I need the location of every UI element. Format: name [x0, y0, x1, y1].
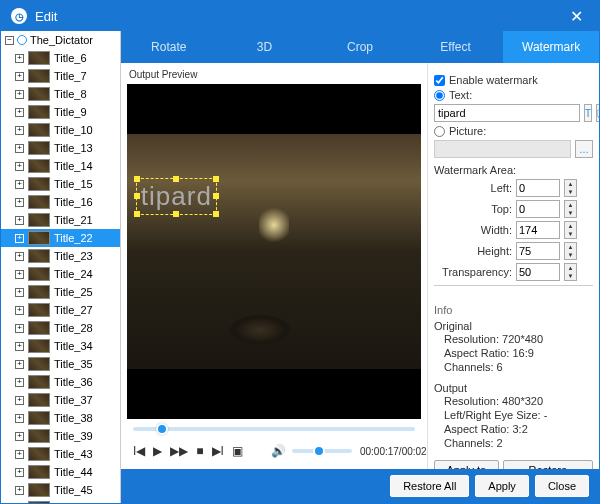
height-stepper[interactable]: ▲▼: [564, 242, 577, 260]
tab-3d[interactable]: 3D: [217, 31, 313, 63]
thumbnail-icon: [28, 501, 50, 503]
expand-icon[interactable]: +: [15, 396, 24, 405]
restore-defaults-button[interactable]: Restore Defaults: [503, 460, 593, 469]
sidebar-item[interactable]: +Title_22: [1, 229, 120, 247]
watermark-overlay[interactable]: tipard: [136, 178, 217, 215]
play-button[interactable]: ▶: [153, 444, 162, 458]
width-input[interactable]: [516, 221, 560, 239]
watermark-text-input[interactable]: [434, 104, 580, 122]
tab-effect[interactable]: Effect: [408, 31, 504, 63]
thumbnail-icon: [28, 177, 50, 191]
close-icon[interactable]: ✕: [564, 5, 589, 28]
sidebar-item[interactable]: +Title_6: [1, 49, 120, 67]
close-button[interactable]: Close: [535, 475, 589, 497]
text-radio[interactable]: [434, 90, 445, 101]
seek-bar[interactable]: [125, 421, 423, 437]
sidebar-item[interactable]: +Title_13: [1, 139, 120, 157]
sidebar-item[interactable]: +Title_46: [1, 499, 120, 503]
expand-icon[interactable]: +: [15, 252, 24, 261]
sidebar-item[interactable]: +Title_24: [1, 265, 120, 283]
sidebar-item[interactable]: +Title_7: [1, 67, 120, 85]
sidebar-item[interactable]: +Title_14: [1, 157, 120, 175]
height-input[interactable]: [516, 242, 560, 260]
sidebar-item[interactable]: +Title_9: [1, 103, 120, 121]
apply-button[interactable]: Apply: [475, 475, 529, 497]
sidebar-item[interactable]: +Title_25: [1, 283, 120, 301]
expand-icon[interactable]: +: [15, 216, 24, 225]
app-logo-icon: ◷: [11, 8, 27, 24]
sidebar-item[interactable]: +Title_15: [1, 175, 120, 193]
tab-rotate[interactable]: Rotate: [121, 31, 217, 63]
tree-root[interactable]: − The_Dictator: [1, 31, 120, 49]
sidebar-item[interactable]: +Title_39: [1, 427, 120, 445]
sidebar-item[interactable]: +Title_21: [1, 211, 120, 229]
expand-icon[interactable]: +: [15, 324, 24, 333]
expand-icon[interactable]: +: [15, 288, 24, 297]
sidebar-item[interactable]: +Title_35: [1, 355, 120, 373]
seek-thumb[interactable]: [156, 423, 168, 435]
expand-icon[interactable]: +: [15, 486, 24, 495]
left-stepper[interactable]: ▲▼: [564, 179, 577, 197]
collapse-icon[interactable]: −: [5, 36, 14, 45]
tab-watermark[interactable]: Watermark: [503, 31, 599, 63]
expand-icon[interactable]: +: [15, 360, 24, 369]
volume-slider[interactable]: [292, 449, 352, 453]
expand-icon[interactable]: +: [15, 144, 24, 153]
expand-icon[interactable]: +: [15, 54, 24, 63]
volume-icon[interactable]: 🔊: [271, 444, 286, 458]
color-button[interactable]: ❏: [596, 104, 599, 122]
disc-icon: [17, 35, 27, 45]
sidebar-item[interactable]: +Title_43: [1, 445, 120, 463]
expand-icon[interactable]: +: [15, 270, 24, 279]
expand-icon[interactable]: +: [15, 180, 24, 189]
expand-icon[interactable]: +: [15, 342, 24, 351]
top-stepper[interactable]: ▲▼: [564, 200, 577, 218]
stop-button[interactable]: ■: [196, 444, 203, 458]
expand-icon[interactable]: +: [15, 468, 24, 477]
expand-icon[interactable]: +: [15, 72, 24, 81]
transparency-input[interactable]: [516, 263, 560, 281]
sidebar-item[interactable]: +Title_16: [1, 193, 120, 211]
expand-icon[interactable]: +: [15, 126, 24, 135]
browse-button[interactable]: …: [575, 140, 593, 158]
expand-icon[interactable]: +: [15, 414, 24, 423]
expand-icon[interactable]: +: [15, 162, 24, 171]
sidebar-item[interactable]: +Title_10: [1, 121, 120, 139]
font-button[interactable]: T: [584, 104, 592, 122]
top-input[interactable]: [516, 200, 560, 218]
expand-icon[interactable]: +: [15, 378, 24, 387]
sidebar-item[interactable]: +Title_34: [1, 337, 120, 355]
expand-icon[interactable]: +: [15, 450, 24, 459]
restore-all-button[interactable]: Restore All: [390, 475, 469, 497]
expand-icon[interactable]: +: [15, 432, 24, 441]
sidebar-item[interactable]: +Title_27: [1, 301, 120, 319]
original-header: Original: [434, 320, 593, 332]
enable-watermark-checkbox[interactable]: [434, 75, 445, 86]
snapshot-button[interactable]: ▣: [232, 444, 243, 458]
sidebar-item[interactable]: +Title_38: [1, 409, 120, 427]
expand-icon[interactable]: +: [15, 90, 24, 99]
sidebar-item[interactable]: +Title_23: [1, 247, 120, 265]
info-header: Info: [434, 298, 593, 316]
picture-radio[interactable]: [434, 126, 445, 137]
tab-crop[interactable]: Crop: [312, 31, 408, 63]
video-preview[interactable]: tipard: [127, 84, 421, 419]
width-stepper[interactable]: ▲▼: [564, 221, 577, 239]
expand-icon[interactable]: +: [15, 234, 24, 243]
expand-icon[interactable]: +: [15, 306, 24, 315]
sidebar-item[interactable]: +Title_37: [1, 391, 120, 409]
next-button[interactable]: ▶I: [212, 444, 224, 458]
fast-forward-button[interactable]: ▶▶: [170, 444, 188, 458]
sidebar-item[interactable]: +Title_45: [1, 481, 120, 499]
sidebar-item[interactable]: +Title_28: [1, 319, 120, 337]
sidebar-item[interactable]: +Title_36: [1, 373, 120, 391]
sidebar-item[interactable]: +Title_8: [1, 85, 120, 103]
apply-to-all-button[interactable]: Apply to All: [434, 460, 499, 469]
sidebar-item[interactable]: +Title_44: [1, 463, 120, 481]
left-input[interactable]: [516, 179, 560, 197]
sidebar[interactable]: − The_Dictator +Title_6+Title_7+Title_8+…: [1, 31, 121, 503]
prev-button[interactable]: I◀: [133, 444, 145, 458]
expand-icon[interactable]: +: [15, 108, 24, 117]
transparency-stepper[interactable]: ▲▼: [564, 263, 577, 281]
expand-icon[interactable]: +: [15, 198, 24, 207]
